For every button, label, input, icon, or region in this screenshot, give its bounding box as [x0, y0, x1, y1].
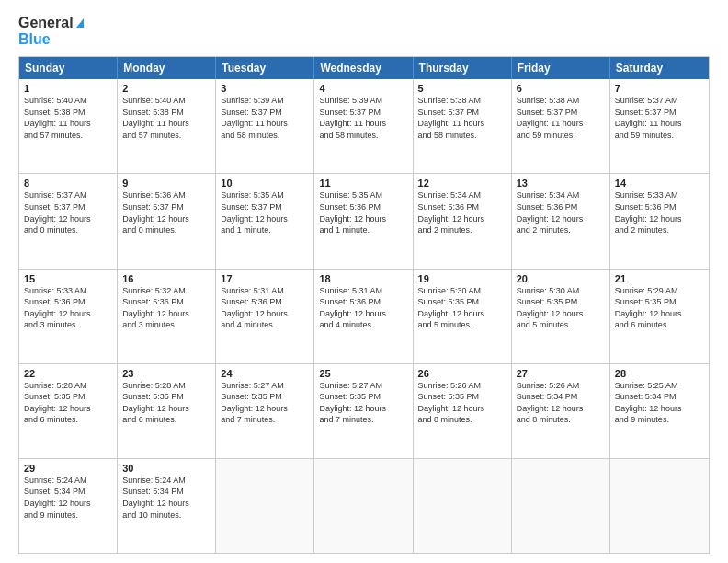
day-details: Sunrise: 5:28 AMSunset: 5:35 PMDaylight:… — [122, 380, 210, 426]
calendar-day-cell: 15Sunrise: 5:33 AMSunset: 5:36 PMDayligh… — [19, 270, 118, 363]
day-details: Sunrise: 5:29 AMSunset: 5:35 PMDaylight:… — [615, 285, 704, 331]
logo-text-blue: Blue — [18, 31, 84, 48]
calendar-day-cell: 13Sunrise: 5:34 AMSunset: 5:36 PMDayligh… — [512, 174, 610, 268]
calendar-row: 8Sunrise: 5:37 AMSunset: 5:37 PMDaylight… — [19, 173, 709, 268]
calendar-day-cell: 27Sunrise: 5:26 AMSunset: 5:34 PMDayligh… — [512, 364, 610, 458]
day-number: 7 — [615, 83, 704, 94]
day-details: Sunrise: 5:39 AMSunset: 5:37 PMDaylight:… — [319, 95, 407, 141]
day-number: 14 — [615, 178, 704, 189]
main-container: General Blue SundayMondayTuesdayWednesda… — [0, 0, 728, 563]
day-details: Sunrise: 5:24 AMSunset: 5:34 PMDaylight:… — [24, 475, 112, 521]
day-details: Sunrise: 5:30 AMSunset: 5:35 PMDaylight:… — [517, 285, 605, 331]
calendar-row: 22Sunrise: 5:28 AMSunset: 5:35 PMDayligh… — [19, 363, 709, 458]
calendar-row: 1Sunrise: 5:40 AMSunset: 5:38 PMDaylight… — [19, 79, 709, 173]
calendar-empty-cell — [512, 459, 610, 553]
calendar-day-cell: 3Sunrise: 5:39 AMSunset: 5:37 PMDaylight… — [216, 79, 314, 173]
day-details: Sunrise: 5:28 AMSunset: 5:35 PMDaylight:… — [24, 380, 112, 426]
day-number: 10 — [221, 178, 309, 189]
calendar-day-cell: 25Sunrise: 5:27 AMSunset: 5:35 PMDayligh… — [314, 364, 413, 458]
calendar-day-cell: 19Sunrise: 5:30 AMSunset: 5:35 PMDayligh… — [414, 270, 512, 363]
calendar-day-cell: 4Sunrise: 5:39 AMSunset: 5:37 PMDaylight… — [314, 79, 413, 173]
day-number: 27 — [517, 368, 605, 379]
weekday-header: Friday — [512, 57, 610, 79]
calendar-empty-cell — [610, 459, 709, 553]
weekday-header: Tuesday — [216, 57, 314, 79]
calendar-day-cell: 9Sunrise: 5:36 AMSunset: 5:37 PMDaylight… — [118, 174, 216, 268]
day-number: 12 — [418, 178, 506, 189]
calendar-empty-cell — [414, 459, 512, 553]
day-number: 5 — [418, 83, 506, 94]
calendar-day-cell: 29Sunrise: 5:24 AMSunset: 5:34 PMDayligh… — [19, 459, 118, 553]
weekday-header: Thursday — [414, 57, 512, 79]
day-details: Sunrise: 5:31 AMSunset: 5:36 PMDaylight:… — [319, 285, 407, 331]
calendar-day-cell: 24Sunrise: 5:27 AMSunset: 5:35 PMDayligh… — [216, 364, 314, 458]
day-details: Sunrise: 5:26 AMSunset: 5:34 PMDaylight:… — [517, 380, 605, 426]
calendar-day-cell: 10Sunrise: 5:35 AMSunset: 5:37 PMDayligh… — [216, 174, 314, 268]
calendar-header: SundayMondayTuesdayWednesdayThursdayFrid… — [19, 57, 709, 79]
calendar-day-cell: 14Sunrise: 5:33 AMSunset: 5:36 PMDayligh… — [610, 174, 709, 268]
calendar-row: 29Sunrise: 5:24 AMSunset: 5:34 PMDayligh… — [19, 458, 709, 553]
calendar-day-cell: 30Sunrise: 5:24 AMSunset: 5:34 PMDayligh… — [118, 459, 216, 553]
day-number: 28 — [615, 368, 704, 379]
day-number: 20 — [517, 273, 605, 284]
day-details: Sunrise: 5:27 AMSunset: 5:35 PMDaylight:… — [221, 380, 309, 426]
calendar-day-cell: 1Sunrise: 5:40 AMSunset: 5:38 PMDaylight… — [19, 79, 118, 173]
day-details: Sunrise: 5:33 AMSunset: 5:36 PMDaylight:… — [615, 190, 704, 236]
calendar-day-cell: 28Sunrise: 5:25 AMSunset: 5:34 PMDayligh… — [610, 364, 709, 458]
logo: General Blue — [18, 15, 84, 47]
day-number: 2 — [122, 83, 210, 94]
day-number: 17 — [221, 273, 309, 284]
day-number: 18 — [319, 273, 407, 284]
day-details: Sunrise: 5:38 AMSunset: 5:37 PMDaylight:… — [517, 95, 605, 141]
calendar-day-cell: 23Sunrise: 5:28 AMSunset: 5:35 PMDayligh… — [118, 364, 216, 458]
calendar-day-cell: 26Sunrise: 5:26 AMSunset: 5:35 PMDayligh… — [414, 364, 512, 458]
calendar-day-cell: 5Sunrise: 5:38 AMSunset: 5:37 PMDaylight… — [414, 79, 512, 173]
calendar-day-cell: 22Sunrise: 5:28 AMSunset: 5:35 PMDayligh… — [19, 364, 118, 458]
day-details: Sunrise: 5:39 AMSunset: 5:37 PMDaylight:… — [221, 95, 309, 141]
calendar-empty-cell — [216, 459, 314, 553]
day-details: Sunrise: 5:24 AMSunset: 5:34 PMDaylight:… — [122, 475, 210, 521]
day-details: Sunrise: 5:37 AMSunset: 5:37 PMDaylight:… — [615, 95, 704, 141]
day-details: Sunrise: 5:35 AMSunset: 5:36 PMDaylight:… — [319, 190, 407, 236]
day-details: Sunrise: 5:34 AMSunset: 5:36 PMDaylight:… — [418, 190, 506, 236]
day-number: 11 — [319, 178, 407, 189]
day-details: Sunrise: 5:25 AMSunset: 5:34 PMDaylight:… — [615, 380, 704, 426]
calendar-day-cell: 18Sunrise: 5:31 AMSunset: 5:36 PMDayligh… — [314, 270, 413, 363]
calendar-day-cell: 21Sunrise: 5:29 AMSunset: 5:35 PMDayligh… — [610, 270, 709, 363]
weekday-header: Monday — [118, 57, 216, 79]
day-number: 21 — [615, 273, 704, 284]
day-number: 22 — [24, 368, 112, 379]
day-number: 26 — [418, 368, 506, 379]
day-number: 25 — [319, 368, 407, 379]
day-number: 6 — [517, 83, 605, 94]
day-number: 13 — [517, 178, 605, 189]
day-details: Sunrise: 5:36 AMSunset: 5:37 PMDaylight:… — [122, 190, 210, 236]
logo-text-general: General — [18, 15, 84, 31]
day-details: Sunrise: 5:35 AMSunset: 5:37 PMDaylight:… — [221, 190, 309, 236]
day-details: Sunrise: 5:33 AMSunset: 5:36 PMDaylight:… — [24, 285, 112, 331]
day-number: 3 — [221, 83, 309, 94]
day-number: 9 — [122, 178, 210, 189]
day-number: 16 — [122, 273, 210, 284]
day-details: Sunrise: 5:34 AMSunset: 5:36 PMDaylight:… — [517, 190, 605, 236]
day-details: Sunrise: 5:32 AMSunset: 5:36 PMDaylight:… — [122, 285, 210, 331]
day-details: Sunrise: 5:40 AMSunset: 5:38 PMDaylight:… — [122, 95, 210, 141]
calendar-day-cell: 6Sunrise: 5:38 AMSunset: 5:37 PMDaylight… — [512, 79, 610, 173]
day-number: 30 — [122, 463, 210, 474]
calendar-day-cell: 2Sunrise: 5:40 AMSunset: 5:38 PMDaylight… — [118, 79, 216, 173]
calendar-row: 15Sunrise: 5:33 AMSunset: 5:36 PMDayligh… — [19, 269, 709, 363]
day-details: Sunrise: 5:37 AMSunset: 5:37 PMDaylight:… — [24, 190, 112, 236]
calendar-day-cell: 16Sunrise: 5:32 AMSunset: 5:36 PMDayligh… — [118, 270, 216, 363]
calendar-day-cell: 17Sunrise: 5:31 AMSunset: 5:36 PMDayligh… — [216, 270, 314, 363]
calendar-day-cell: 12Sunrise: 5:34 AMSunset: 5:36 PMDayligh… — [414, 174, 512, 268]
day-number: 8 — [24, 178, 112, 189]
day-number: 23 — [122, 368, 210, 379]
day-details: Sunrise: 5:31 AMSunset: 5:36 PMDaylight:… — [221, 285, 309, 331]
day-number: 29 — [24, 463, 112, 474]
calendar-day-cell: 20Sunrise: 5:30 AMSunset: 5:35 PMDayligh… — [512, 270, 610, 363]
calendar-day-cell: 11Sunrise: 5:35 AMSunset: 5:36 PMDayligh… — [314, 174, 413, 268]
day-number: 4 — [319, 83, 407, 94]
calendar-empty-cell — [314, 459, 413, 553]
weekday-header: Saturday — [610, 57, 709, 79]
day-number: 24 — [221, 368, 309, 379]
